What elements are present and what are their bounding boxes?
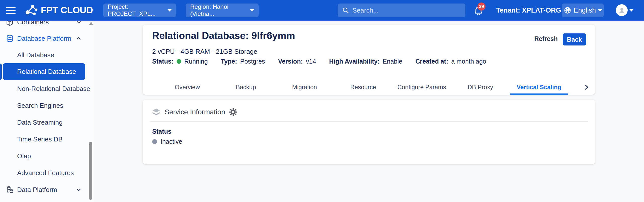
ha-label: High Availability: xyxy=(329,58,380,65)
hamburger-menu-button[interactable] xyxy=(6,7,17,14)
language-dropdown[interactable]: English xyxy=(562,4,604,17)
search-icon xyxy=(342,7,349,14)
tab-configure-params[interactable]: Configure Params xyxy=(392,80,451,95)
version-value: v14 xyxy=(306,58,316,65)
sidebar-item-search-engines[interactable]: Search Engines xyxy=(0,97,94,114)
status-label: Status: xyxy=(152,58,174,65)
service-information-card: Service Information xyxy=(143,100,595,164)
fpt-cloud-logo[interactable]: FPT CLOUD xyxy=(24,3,93,18)
global-search[interactable] xyxy=(338,4,465,17)
sidebar-item-data-streaming[interactable]: Data Streaming xyxy=(0,114,94,131)
tenant-dropdown[interactable]: Tenant: XPLAT-ORG xyxy=(496,0,570,21)
layers-icon xyxy=(151,107,161,117)
ha-value: Enable xyxy=(383,58,402,65)
fpt-molecule-icon xyxy=(24,3,38,17)
database-header-card: Relational Database: 9lfr6ymm 2 vCPU - 4… xyxy=(143,25,595,95)
gear-icon[interactable] xyxy=(229,108,238,117)
user-avatar[interactable] xyxy=(616,4,628,16)
page-title: Relational Database: 9lfr6ymm xyxy=(152,30,295,41)
sidebar-item-label: Database Platform xyxy=(17,35,71,42)
project-dropdown[interactable]: Project: PROJECT_XPL... xyxy=(103,4,176,17)
sidebar-item-label: Data Platform xyxy=(17,186,57,194)
meta-status: Status: Running xyxy=(152,58,208,65)
tab-overview[interactable]: Overview xyxy=(158,80,217,95)
sidebar-item-data-platform[interactable]: Data Platform xyxy=(0,181,94,198)
sidebar-item-olap[interactable]: Olap xyxy=(0,148,94,164)
sidebar-item-advanced-features[interactable]: Advanced Features xyxy=(0,165,94,181)
sidebar-item-label: Non-Relational Database xyxy=(17,85,90,93)
notifications-button[interactable]: 39 xyxy=(473,4,488,18)
service-card-title: Service Information xyxy=(165,108,225,116)
meta-version: Version: v14 xyxy=(278,58,316,65)
tab-migration[interactable]: Migration xyxy=(275,80,334,95)
inactive-status-dot xyxy=(152,139,157,144)
project-dropdown-label: Project: PROJECT_XPL... xyxy=(108,3,168,17)
region-dropdown[interactable]: Region: Hanoi (Vietna... xyxy=(186,4,259,17)
chevron-right-icon[interactable] xyxy=(582,83,591,92)
service-status-value: Inactive xyxy=(160,138,182,145)
running-status-dot xyxy=(177,59,181,64)
sidebar-item-label: Relational Database xyxy=(17,68,76,76)
service-status-heading: Status xyxy=(152,128,171,135)
database-stack-icon xyxy=(6,185,14,194)
screen: Containers Database Platform All Databas… xyxy=(0,0,644,202)
caret-down-icon xyxy=(168,9,172,12)
meta-created-at: Created at: a month ago xyxy=(415,58,486,65)
scrollbar-up-arrow[interactable] xyxy=(89,22,93,25)
refresh-button[interactable]: Refresh xyxy=(534,35,558,42)
instance-specs: 2 vCPU - 4GB RAM - 21GB Storage xyxy=(152,48,257,56)
tab-backup[interactable]: Backup xyxy=(217,80,275,95)
divider xyxy=(150,121,588,122)
meta-type: Type: Postgres xyxy=(221,58,265,65)
sidebar-item-label: Advanced Features xyxy=(17,169,74,177)
caret-down-icon[interactable] xyxy=(629,9,633,12)
tab-vertical-scaling[interactable]: Vertical Scaling xyxy=(510,80,568,95)
meta-high-availability: High Availability: Enable xyxy=(329,58,402,65)
sidebar-item-label: Data Streaming xyxy=(17,119,63,126)
type-value: Postgres xyxy=(240,58,265,65)
sidebar-item-label: Time Series DB xyxy=(17,135,63,143)
language-label: English xyxy=(574,7,596,14)
service-card-header: Service Information xyxy=(151,107,238,117)
type-label: Type: xyxy=(221,58,237,65)
sidebar-item-time-series-db[interactable]: Time Series DB xyxy=(0,131,94,147)
tenant-label: Tenant: XPLAT-ORG xyxy=(496,7,561,14)
top-navbar: FPT CLOUD Project: PROJECT_XPL... Region… xyxy=(0,0,644,21)
database-icon xyxy=(6,34,14,43)
sidebar-item-database-platform[interactable]: Database Platform xyxy=(0,30,94,47)
notification-count-badge: 39 xyxy=(477,3,486,11)
person-icon xyxy=(618,6,626,15)
chevron-down-icon xyxy=(75,186,82,193)
created-label: Created at: xyxy=(415,58,448,65)
meta-row: Status: Running Type: Postgres Version: … xyxy=(152,58,486,65)
tab-db-proxy[interactable]: DB Proxy xyxy=(451,80,510,95)
main-content: Relational Database: 9lfr6ymm 2 vCPU - 4… xyxy=(94,21,644,202)
search-input[interactable] xyxy=(352,7,461,14)
tab-resource[interactable]: Resource xyxy=(334,80,392,95)
back-button[interactable]: Back xyxy=(563,33,586,45)
active-tab-underline xyxy=(510,93,568,95)
tab-bar: Overview Backup Migration Resource Confi… xyxy=(158,80,568,95)
caret-down-icon xyxy=(598,9,602,12)
sidebar-item-label: All Database xyxy=(17,51,54,59)
region-dropdown-label: Region: Hanoi (Vietna... xyxy=(190,3,250,17)
chevron-up-icon xyxy=(75,35,82,42)
caret-down-icon xyxy=(250,9,254,12)
sidebar-item-non-relational-database[interactable]: Non-Relational Database xyxy=(0,80,94,97)
status-value: Running xyxy=(184,58,208,65)
sidebar-selection-accent xyxy=(0,64,2,80)
sidebar-item-relational-database[interactable]: Relational Database xyxy=(3,63,85,80)
service-status-row: Inactive xyxy=(152,138,182,145)
sidebar-item-label: Search Engines xyxy=(17,102,63,110)
sidebar-item-all-database[interactable]: All Database xyxy=(0,47,94,63)
globe-icon xyxy=(564,6,572,14)
logo-text: FPT CLOUD xyxy=(41,5,93,16)
sidebar: Containers Database Platform All Databas… xyxy=(0,0,94,202)
scrollbar-thumb[interactable] xyxy=(89,142,92,200)
sidebar-item-label: Olap xyxy=(17,152,31,160)
version-label: Version: xyxy=(278,58,303,65)
created-value: a month ago xyxy=(451,58,486,65)
